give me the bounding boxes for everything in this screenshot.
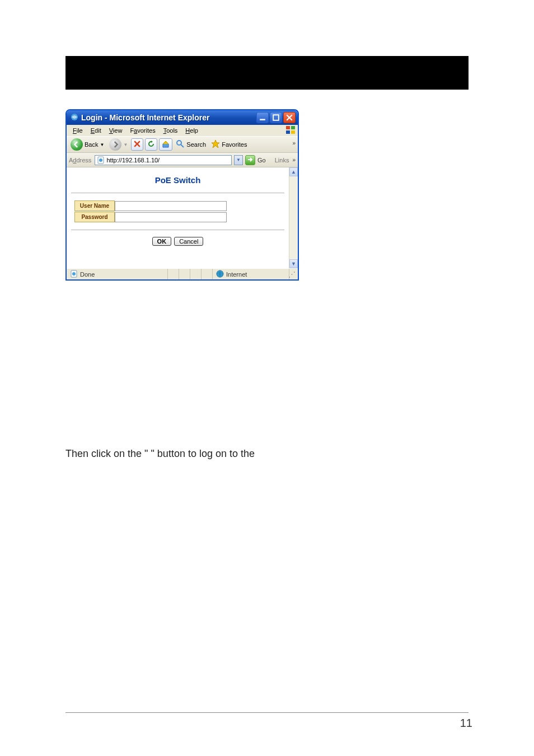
address-url: http://192.168.1.10/	[106, 157, 160, 164]
svg-point-10	[99, 158, 102, 162]
menu-edit[interactable]: Edit	[87, 126, 105, 135]
page-icon	[97, 156, 105, 164]
svg-point-7	[177, 141, 181, 145]
scroll-down-icon[interactable]: ▼	[289, 259, 298, 268]
back-button[interactable]: Back ▼	[69, 137, 106, 152]
star-icon	[211, 139, 220, 150]
address-input[interactable]: http://192.168.1.10/	[95, 155, 232, 165]
address-bar: Address http://192.168.1.10/ ▼ Go Links …	[67, 153, 298, 167]
window-title: Login - Microsoft Internet Explorer	[81, 113, 209, 122]
svg-rect-5	[286, 130, 290, 134]
menu-view[interactable]: View	[105, 126, 127, 135]
password-label: Password	[74, 212, 115, 222]
ie-window: Login - Microsoft Internet Explorer File…	[65, 109, 299, 281]
titlebar: Login - Microsoft Internet Explorer	[67, 110, 298, 125]
svg-line-8	[181, 144, 184, 147]
svg-rect-3	[286, 126, 290, 129]
status-bar: Done Internet ⋰	[67, 268, 298, 279]
refresh-button[interactable]	[145, 138, 157, 151]
forward-button[interactable]: ▼	[107, 137, 129, 152]
menubar: File Edit View Favorites Tools Help	[67, 125, 298, 136]
page-heading: PoE Switch	[71, 173, 284, 193]
vertical-scrollbar[interactable]: ▲ ▼	[289, 167, 298, 268]
menu-favorites[interactable]: Favorites	[126, 126, 159, 135]
page-number: 11	[460, 717, 472, 730]
scroll-track[interactable]	[289, 176, 298, 259]
search-button[interactable]: Search	[174, 138, 208, 151]
menu-file[interactable]: File	[69, 126, 87, 135]
svg-rect-4	[291, 126, 295, 129]
refresh-icon	[148, 141, 154, 148]
favorites-button[interactable]: Favorites	[209, 138, 249, 151]
search-icon	[176, 139, 185, 150]
svg-point-12	[72, 272, 76, 276]
go-arrow-icon	[247, 157, 253, 164]
minimize-button[interactable]	[256, 112, 269, 123]
chevron-down-icon: ▼	[123, 142, 128, 147]
scroll-up-icon[interactable]: ▲	[289, 167, 298, 176]
body-text: Then click on the " " button to log on t…	[65, 448, 255, 460]
cancel-button[interactable]: Cancel	[174, 237, 203, 246]
password-input[interactable]	[115, 212, 227, 222]
username-input[interactable]	[115, 201, 227, 211]
windows-flag-icon	[285, 125, 296, 134]
links-label[interactable]: Links	[274, 157, 291, 164]
chevron-down-icon: ▼	[236, 157, 241, 162]
address-label: Address	[69, 157, 92, 164]
home-button[interactable]	[159, 138, 172, 151]
forward-icon	[109, 138, 121, 151]
internet-zone-icon	[216, 270, 224, 279]
toolbar-overflow-icon[interactable]: »	[292, 140, 296, 146]
menu-help[interactable]: Help	[181, 126, 202, 135]
status-done: Done	[80, 271, 95, 278]
close-button[interactable]	[283, 112, 296, 123]
back-icon	[71, 138, 83, 151]
menu-tools[interactable]: Tools	[160, 126, 182, 135]
stop-button[interactable]	[131, 138, 143, 151]
status-zone: Internet	[226, 271, 247, 278]
svg-rect-1	[260, 119, 265, 120]
ie-logo-icon	[70, 113, 79, 123]
ok-button[interactable]: OK	[152, 237, 172, 246]
svg-rect-2	[273, 115, 279, 120]
maximize-button[interactable]	[270, 112, 282, 123]
black-band	[65, 56, 469, 90]
page-content: PoE Switch User Name Password OK Cancel	[67, 167, 289, 268]
address-overflow-icon[interactable]: »	[292, 157, 296, 163]
footer-rule	[65, 712, 469, 713]
username-label: User Name	[74, 200, 115, 211]
stop-icon	[134, 141, 140, 148]
page-icon	[70, 270, 78, 279]
go-button[interactable]	[245, 155, 255, 165]
address-dropdown[interactable]: ▼	[234, 155, 243, 165]
home-icon	[162, 140, 170, 149]
login-form: User Name Password	[71, 193, 284, 230]
resize-grip-icon[interactable]: ⋰	[289, 269, 298, 279]
toolbar: Back ▼ ▼ Search Favorites »	[67, 136, 298, 153]
chevron-down-icon: ▼	[100, 142, 104, 147]
svg-rect-6	[291, 130, 295, 134]
go-label: Go	[257, 157, 266, 164]
